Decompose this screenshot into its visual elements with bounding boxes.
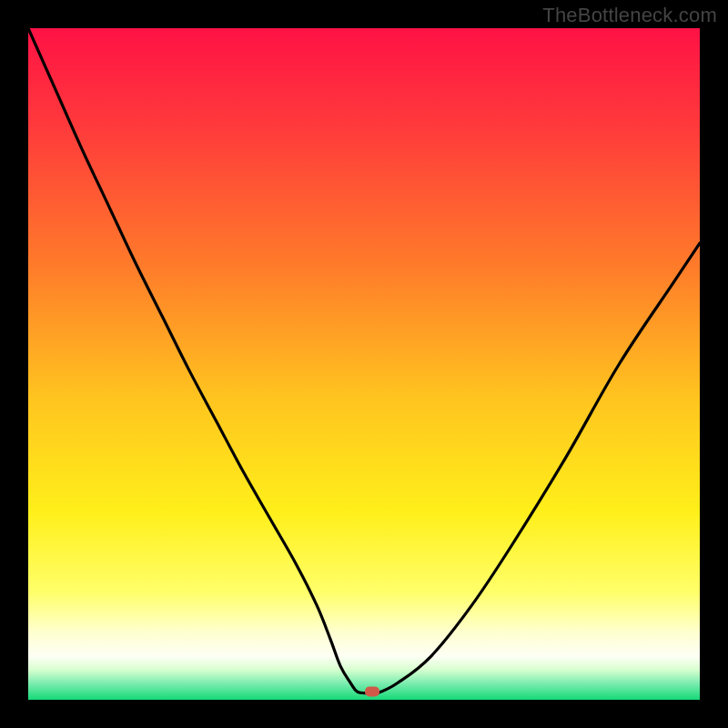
- optimum-marker: [365, 687, 379, 697]
- chart-frame: TheBottleneck.com: [0, 0, 728, 728]
- watermark-text: TheBottleneck.com: [542, 4, 717, 27]
- bottleneck-curve: [28, 28, 700, 700]
- plot-area: [28, 28, 700, 700]
